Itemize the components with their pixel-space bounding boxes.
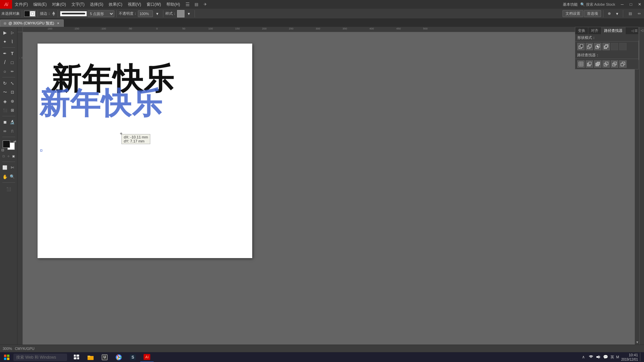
shape-exclude-btn[interactable] <box>602 43 610 50</box>
taskbar-steam[interactable]: S <box>126 352 140 362</box>
foreground-color-swatch[interactable] <box>3 140 10 148</box>
notification-center-icon[interactable]: 💬 <box>603 354 608 360</box>
warp-tool[interactable]: 〜 <box>1 88 9 97</box>
live-paint-tool[interactable]: ⊛ <box>9 97 16 106</box>
menu-effect[interactable]: 效果(C) <box>106 0 125 9</box>
float-panel-collapse-icon[interactable]: ◁ <box>631 29 634 33</box>
pathfinder-crop-btn[interactable] <box>602 60 610 68</box>
selection-tool[interactable]: ▶ <box>1 28 9 37</box>
doc-settings-button[interactable]: 文档设置 <box>562 10 583 17</box>
mesh-tool[interactable]: ⊞ <box>9 106 16 115</box>
floating-tab-align[interactable]: 对齐 <box>588 27 601 34</box>
tab-close-button[interactable]: × <box>56 21 60 25</box>
preferences-button[interactable]: 首选项 <box>584 10 601 17</box>
taskbar-chrome[interactable] <box>112 352 125 362</box>
direct-selection-tool[interactable]: ▷ <box>9 28 16 37</box>
brush-tool[interactable]: ✏ <box>9 67 16 76</box>
opacity-menu-icon[interactable]: ▼ <box>154 10 161 17</box>
graph-tool[interactable]: ⎍ <box>9 127 16 135</box>
layout-label[interactable]: M <box>616 355 619 359</box>
extra-icon-2[interactable]: ▼ <box>613 10 621 17</box>
screen-mode-toggle[interactable]: ⬛ <box>1 185 16 193</box>
screen-mode-btn[interactable]: ▣ <box>11 152 16 160</box>
pathfinder-trim-btn[interactable] <box>586 60 593 68</box>
stroke-width-up-icon[interactable] <box>52 11 56 17</box>
magic-wand-tool[interactable]: ✦ <box>1 37 9 46</box>
hamburger-icon[interactable]: ☰ <box>184 1 192 8</box>
shape-builder-tool[interactable]: ◈ <box>1 97 9 106</box>
blend-tool[interactable]: ∞ <box>1 127 9 135</box>
menu-window[interactable]: 窗口(W) <box>144 0 164 9</box>
floating-tab-pathfinder[interactable]: 路径查找器 <box>601 27 626 34</box>
windows-start-button[interactable] <box>0 352 13 362</box>
taskbar-search-input[interactable] <box>13 354 67 361</box>
show-desktop-btn[interactable] <box>640 353 641 361</box>
stroke-type-select[interactable]: 5 点圆形 <box>88 10 114 17</box>
scale-tool[interactable]: ⤡ <box>9 79 16 87</box>
maximize-button[interactable]: □ <box>627 0 635 9</box>
taskbar-unityhub[interactable]: U <box>98 352 111 362</box>
taskbar-illustrator[interactable]: Ai <box>140 352 154 362</box>
lasso-tool[interactable]: ⌇ <box>9 37 16 46</box>
pathfinder-outline-btn[interactable] <box>611 60 618 68</box>
free-transform-tool[interactable]: ⊡ <box>9 88 16 97</box>
menu-view[interactable]: 视图(V) <box>125 0 144 9</box>
tray-expand-icon[interactable]: ∧ <box>581 354 586 360</box>
menu-file[interactable]: 文件(F) <box>12 0 31 9</box>
extra-icon-1[interactable]: ⊕ <box>605 10 613 17</box>
perspective-tool[interactable]: ⬛ <box>1 106 9 115</box>
rectangle-tool[interactable]: □ <box>9 58 16 67</box>
minimize-button[interactable]: ─ <box>618 0 627 9</box>
zoom-tool[interactable]: 🔍 <box>9 172 16 181</box>
panel-toggle-btn[interactable]: ▤ <box>627 10 634 17</box>
opacity-input[interactable] <box>138 10 153 17</box>
rotate-tool[interactable]: ↻ <box>1 79 9 87</box>
menu-type[interactable]: 文字(T) <box>69 0 87 9</box>
shape-unite-btn[interactable] <box>577 43 585 50</box>
floating-tab-transform[interactable]: 变换 <box>575 27 588 34</box>
network-icon[interactable] <box>588 354 594 360</box>
eyedropper-tool[interactable]: 🔬 <box>9 118 16 126</box>
pathfinder-minus-back-btn[interactable] <box>619 60 627 68</box>
close-button[interactable]: ✕ <box>635 0 644 9</box>
color-reset-icon[interactable]: ⊡ <box>1 148 4 152</box>
pathfinder-merge-btn[interactable] <box>594 60 601 68</box>
document-tab[interactable]: @ 300% (CMYK/GPU 预览) × <box>0 19 64 27</box>
slice-tool[interactable]: ✄ <box>9 163 16 172</box>
taskbar-clock[interactable]: 10:41 2019/12/01 <box>621 353 638 362</box>
menu-object[interactable]: 对象(O) <box>49 0 68 9</box>
artboard-tool[interactable]: ⬜ <box>1 163 9 172</box>
panel-icon[interactable]: ▤ <box>193 1 200 8</box>
panel-collapse-arrow-icon[interactable]: ◁ <box>640 28 644 33</box>
taskbar-file-explorer[interactable] <box>84 352 97 362</box>
menu-edit[interactable]: 编辑(E) <box>31 0 49 9</box>
workspace-label[interactable]: 基本功能 <box>563 2 578 7</box>
style-preview[interactable] <box>177 10 184 17</box>
hand-tool[interactable]: ✋ <box>1 172 9 181</box>
language-label[interactable]: 英 <box>610 355 614 360</box>
shape-intersect-btn[interactable] <box>594 43 601 50</box>
type-tool[interactable]: T <box>9 49 16 58</box>
pathfinder-divide-btn[interactable] <box>577 60 585 68</box>
send-icon[interactable]: ✈ <box>202 1 209 8</box>
style-menu-icon[interactable]: ▼ <box>185 10 193 17</box>
stroke-color-swatch[interactable] <box>30 11 36 17</box>
panel-expand-btn[interactable]: ⇔ <box>635 10 643 17</box>
menu-select[interactable]: 选择(S) <box>87 0 106 9</box>
float-panel-menu-icon[interactable]: ☰ <box>635 29 638 33</box>
ellipse-tool[interactable]: ○ <box>1 67 9 76</box>
volume-icon[interactable] <box>596 354 601 360</box>
gradient-tool[interactable]: ◼ <box>1 118 9 126</box>
taskbar-task-view[interactable] <box>70 352 83 362</box>
right-scrollbar[interactable]: ▲ ▼ <box>635 32 639 345</box>
shape-builder-pair: ◈ ⊛ <box>1 97 16 106</box>
color-swap-icon[interactable]: ⇌ <box>13 140 16 143</box>
color-mode-btn[interactable]: □ <box>1 152 6 160</box>
shape-minus-front-btn[interactable] <box>586 43 593 50</box>
adobe-stock-search[interactable]: 🔍 搜索 Adobe Stock <box>580 2 615 7</box>
none-btn[interactable]: ○ <box>6 152 11 160</box>
scrollbar-down-arrow[interactable]: ▼ <box>635 340 639 345</box>
pen-tool[interactable]: ✒ <box>1 49 9 58</box>
menu-help[interactable]: 帮助(H) <box>164 0 183 9</box>
line-tool[interactable]: / <box>1 58 9 67</box>
